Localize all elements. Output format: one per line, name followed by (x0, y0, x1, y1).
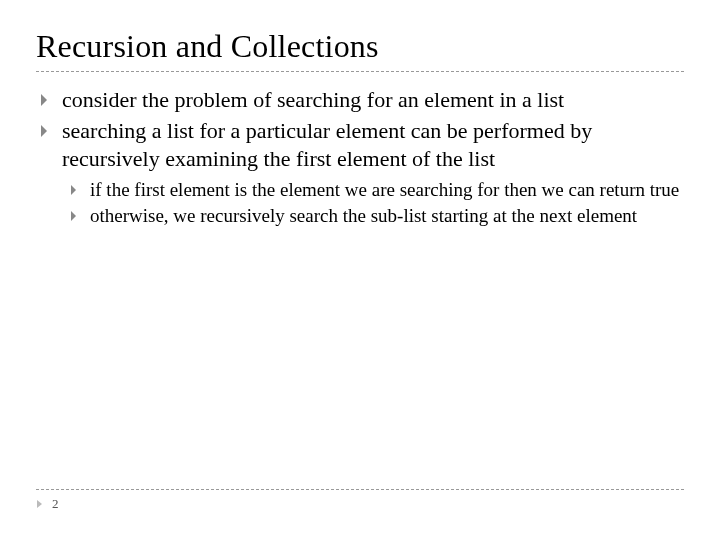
bullet-text: searching a list for a particular elemen… (62, 117, 684, 174)
content-area: consider the problem of searching for an… (36, 86, 684, 229)
page-number: 2 (52, 496, 59, 512)
bullet-item: searching a list for a particular elemen… (40, 117, 684, 174)
bullet-arrow-icon (40, 117, 62, 138)
bullet-item: consider the problem of searching for an… (40, 86, 684, 115)
sub-bullet-list: if the first element is the element we a… (40, 178, 684, 229)
sub-bullet-text: otherwise, we recursively search the sub… (90, 204, 637, 229)
sub-bullet-item: otherwise, we recursively search the sub… (70, 204, 684, 229)
bullet-text: consider the problem of searching for an… (62, 86, 564, 115)
bullet-arrow-icon (40, 86, 62, 107)
page-marker-icon (36, 499, 46, 509)
slide-title: Recursion and Collections (36, 28, 684, 65)
page-indicator: 2 (36, 496, 684, 512)
slide: Recursion and Collections consider the p… (0, 0, 720, 229)
bullet-arrow-icon (70, 204, 90, 222)
title-divider (36, 71, 684, 72)
bullet-arrow-icon (70, 178, 90, 196)
footer-divider (36, 489, 684, 490)
slide-footer: 2 (36, 489, 684, 512)
sub-bullet-item: if the first element is the element we a… (70, 178, 684, 203)
sub-bullet-text: if the first element is the element we a… (90, 178, 679, 203)
